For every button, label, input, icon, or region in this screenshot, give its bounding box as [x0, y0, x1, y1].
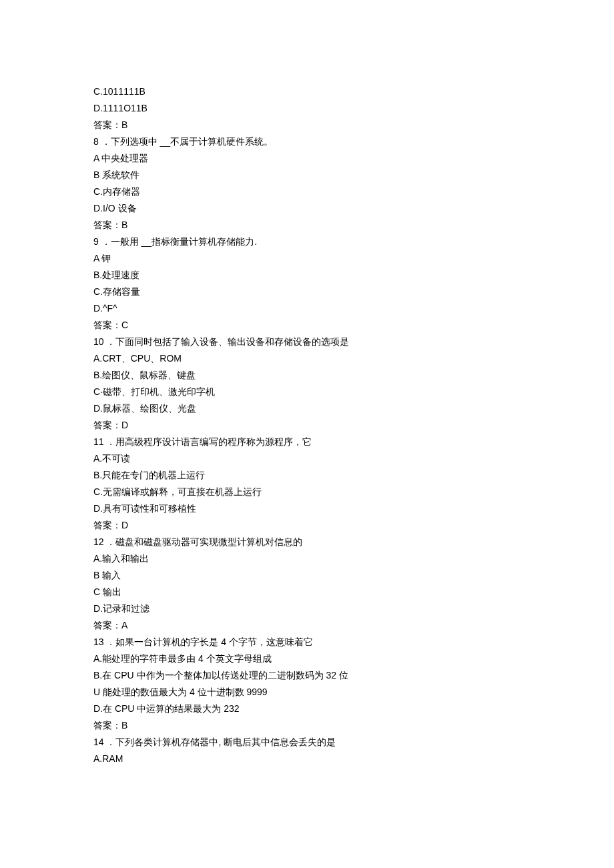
option-line: C.内存储器 [93, 183, 521, 200]
answer-line: 答案：D [93, 517, 521, 534]
option-line: B 系统软件 [93, 167, 521, 183]
question-line: 9 ．一般用 __指标衡量计算机存储能力. [93, 234, 521, 250]
option-line: A.RAM [93, 751, 521, 767]
option-line: D.记录和过滤 [93, 600, 521, 617]
question-line: 11 ．用高级程序设计语言编写的程序称为源程序，它 [93, 434, 521, 450]
question-line: 12 ．磁盘和磁盘驱动器可实现微型计算机对信息的 [93, 534, 521, 550]
document-page: C.1011111B D.1111O11B 答案：B 8 ．下列选项中 __不属… [0, 0, 614, 847]
question-line: 10 ．下面同时包括了输入设备、输出设备和存储设备的选项是 [93, 334, 521, 350]
option-line: A.不可读 [93, 450, 521, 467]
option-line: A.能处理的字符串最多由 4 个英文字母组成 [93, 650, 521, 667]
text-line: D.1111O11B [93, 100, 521, 117]
option-line: C.无需编译或解释，可直接在机器上运行 [93, 484, 521, 500]
option-line: U 能处理的数值最大为 4 位十进制数 9999 [93, 684, 521, 701]
option-line: A.输入和输出 [93, 550, 521, 567]
option-line: C.存储容量 [93, 284, 521, 300]
option-line: A 钾 [93, 250, 521, 267]
option-line: B.在 CPU 中作为一个整体加以传送处理的二进制数码为 32 位 [93, 667, 521, 684]
option-line: B.绘图仪、鼠标器、键盘 [93, 367, 521, 384]
option-line: D.I/O 设备 [93, 200, 521, 217]
text-line: C.1011111B [93, 83, 521, 100]
option-line: D.在 CPU 中运算的结果最大为 232 [93, 701, 521, 717]
option-line: A 中央处理器 [93, 150, 521, 167]
option-line: C·磁带、打印机、激光印字机 [93, 384, 521, 400]
option-line: D.^F^ [93, 300, 521, 317]
option-line: C 输出 [93, 584, 521, 600]
answer-line: 答案：C [93, 317, 521, 334]
option-line: B 输入 [93, 567, 521, 584]
option-line: B.处理速度 [93, 267, 521, 284]
question-line: 14 ．下列各类计算机存储器中, 断电后其中信息会丢失的是 [93, 734, 521, 751]
option-line: A.CRT、CPU、ROM [93, 350, 521, 367]
answer-line: 答案：A [93, 617, 521, 634]
question-line: 13 ．如果一台计算机的字长是 4 个字节，这意味着它 [93, 634, 521, 650]
answer-line: 答案：B [93, 717, 521, 734]
answer-line: 答案：B [93, 117, 521, 133]
option-line: D.鼠标器、绘图仪、光盘 [93, 400, 521, 417]
answer-line: 答案：B [93, 217, 521, 234]
question-line: 8 ．下列选项中 __不属于计算机硬件系统。 [93, 133, 521, 150]
answer-line: 答案：D [93, 417, 521, 434]
option-line: D.具有可读性和可移植性 [93, 500, 521, 517]
option-line: B.只能在专门的机器上运行 [93, 467, 521, 484]
